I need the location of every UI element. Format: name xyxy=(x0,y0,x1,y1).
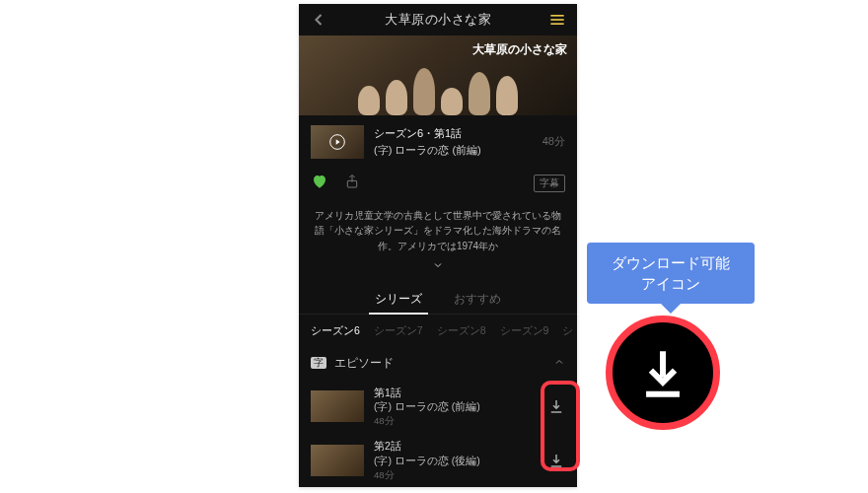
download-icon-enlarged xyxy=(606,316,720,430)
season-tab[interactable]: シーズン9 xyxy=(500,324,549,337)
episode-text: 第2話 (字) ローラの恋 (後編) 48分 xyxy=(374,439,538,481)
list-item[interactable]: 第1話 (字) ローラの恋 (前編) 48分 xyxy=(299,380,577,434)
episode-section-header[interactable]: 字 エピソード xyxy=(299,347,577,380)
download-icon xyxy=(547,397,565,415)
callout-line2: アイコン xyxy=(603,273,739,294)
hero-title-text: 大草原の小さな家 xyxy=(472,41,567,58)
chevron-left-icon xyxy=(309,10,328,30)
episode-thumb xyxy=(311,445,364,476)
episode-list: 第1話 (字) ローラの恋 (前編) 48分 第2話 (字) ローラの恋 (後編… xyxy=(299,380,577,487)
menu-button[interactable] xyxy=(547,10,567,30)
callout-bubble: ダウンロード可能 アイコン xyxy=(587,243,755,304)
download-icon xyxy=(634,344,691,401)
callout-line1: ダウンロード可能 xyxy=(603,252,739,273)
episode-subtitle: (字) ローラの恋 (後編) xyxy=(374,454,538,468)
episode-num: 第2話 xyxy=(374,439,538,454)
menu-icon xyxy=(547,10,567,30)
subtitle-ji-badge: 字 xyxy=(311,357,326,369)
subtitle-badge: 字幕 xyxy=(534,175,565,192)
season-tab[interactable]: シ xyxy=(562,324,573,337)
current-episode-thumb[interactable] xyxy=(311,125,364,159)
episode-thumb xyxy=(311,390,364,422)
season-scroller[interactable]: シーズン6 シーズン7 シーズン8 シーズン9 シ xyxy=(299,315,577,347)
expand-description[interactable] xyxy=(299,255,577,283)
download-icon xyxy=(547,452,565,469)
episode-subtitle: (字) ローラの恋 (前編) xyxy=(374,399,538,414)
chevron-down-icon xyxy=(430,259,446,271)
tab-recommend[interactable]: おすすめ xyxy=(438,283,517,314)
back-button[interactable] xyxy=(309,10,328,30)
collapse-episodes[interactable] xyxy=(553,356,565,371)
episode-num: 第1話 xyxy=(374,386,538,400)
episode-duration: 48分 xyxy=(374,414,538,427)
page-title: 大草原の小さな家 xyxy=(385,11,491,29)
season-tab[interactable]: シーズン6 xyxy=(311,324,360,337)
content-tabs: シリーズ おすすめ xyxy=(299,283,577,315)
play-icon xyxy=(329,134,345,150)
episode-text: 第1話 (字) ローラの恋 (前編) 48分 xyxy=(374,386,538,428)
app-screen: 大草原の小さな家 大草原の小さな家 シーズン6・第1話 (字) ローラの恋 (前… xyxy=(299,4,577,487)
chevron-up-icon xyxy=(553,356,565,368)
action-row: 字幕 xyxy=(299,167,577,200)
share-button[interactable] xyxy=(344,174,360,193)
current-episode-duration: 48分 xyxy=(542,134,565,149)
download-button[interactable] xyxy=(547,397,565,415)
description-text: アメリカ児童文学の古典として世界中で愛されている物語「小さな家シリーズ」をドラマ… xyxy=(299,200,577,256)
episode-duration: 48分 xyxy=(374,468,538,481)
favorite-button[interactable] xyxy=(311,173,328,194)
current-episode-info: シーズン6・第1話 (字) ローラの恋 (前編) xyxy=(374,125,533,158)
current-episode-title: シーズン6・第1話 xyxy=(374,125,533,142)
list-item[interactable]: 第2話 (字) ローラの恋 (後編) 48分 xyxy=(299,433,577,487)
header-bar: 大草原の小さな家 xyxy=(299,4,577,35)
episode-section-label: エピソード xyxy=(334,355,394,372)
current-episode-subtitle: (字) ローラの恋 (前編) xyxy=(374,142,533,159)
heart-icon xyxy=(311,173,328,190)
hero-people-silhouette xyxy=(354,61,522,115)
hero-image[interactable]: 大草原の小さな家 xyxy=(299,35,577,115)
share-icon xyxy=(344,174,360,189)
current-episode[interactable]: シーズン6・第1話 (字) ローラの恋 (前編) 48分 xyxy=(299,115,577,167)
download-button[interactable] xyxy=(547,452,565,469)
season-tab[interactable]: シーズン8 xyxy=(437,324,486,337)
svg-marker-4 xyxy=(336,139,340,144)
tab-series[interactable]: シリーズ xyxy=(359,283,438,314)
season-tab[interactable]: シーズン7 xyxy=(374,324,423,337)
